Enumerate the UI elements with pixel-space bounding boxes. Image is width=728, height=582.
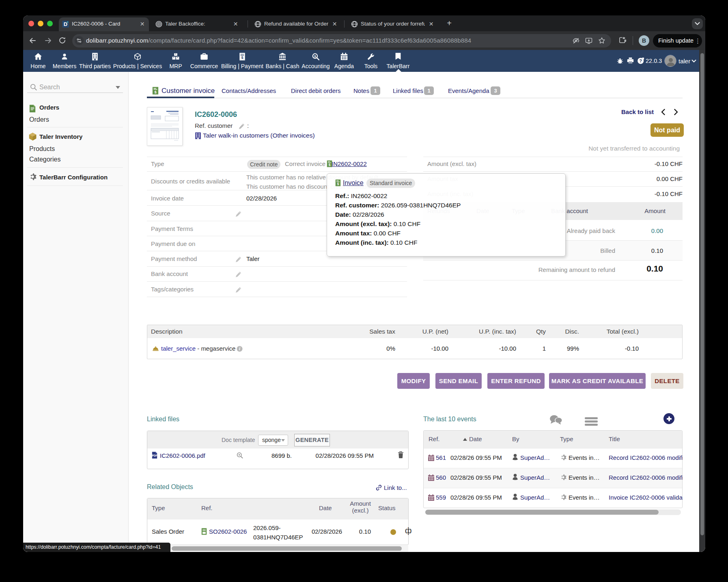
svg-text:$: $	[329, 163, 331, 167]
svg-text:$: $	[337, 182, 339, 186]
svg-text:PDF: PDF	[152, 454, 157, 457]
svg-text:$: $	[154, 90, 157, 94]
